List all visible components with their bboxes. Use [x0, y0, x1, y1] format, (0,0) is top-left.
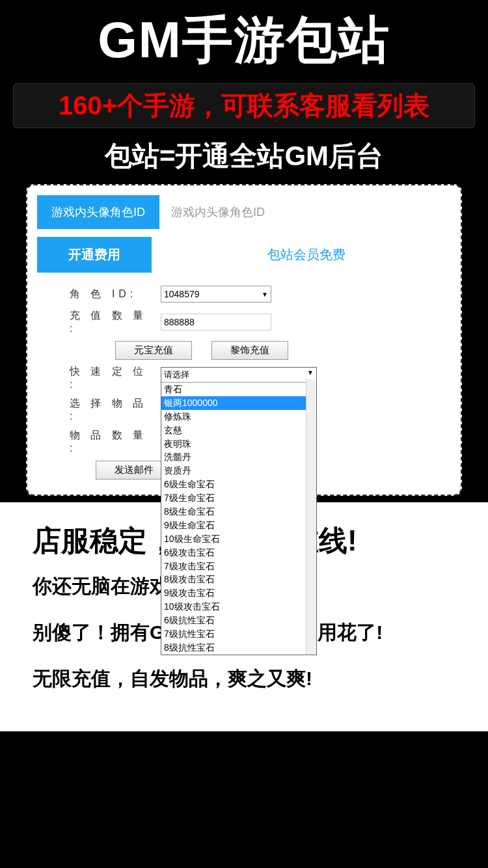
footer-line4: 无限充值，自发物品，爽之又爽! [33, 666, 455, 692]
open-fee-button[interactable]: 开通费用 [37, 237, 152, 273]
dropdown-item[interactable]: 9级生命宝石 [161, 519, 316, 532]
select-item-label: 选 择 物 品 : [70, 397, 161, 422]
quick-locate-label: 快 速 定 位 : [70, 365, 161, 390]
role-id-placeholder[interactable]: 游戏内头像角色ID [159, 195, 461, 229]
lishi-recharge-button[interactable]: 黎饰充值 [211, 341, 288, 360]
dropdown-item[interactable]: 7级生命宝石 [161, 491, 316, 505]
dropdown-item[interactable]: 10级攻击宝石 [161, 600, 316, 614]
dropdown-header[interactable]: 请选择 ▼ [161, 368, 316, 383]
dropdown-item[interactable]: 7级攻击宝石 [161, 560, 316, 573]
dropdown-item[interactable]: 8级抗性宝石 [161, 641, 316, 655]
dropdown-item[interactable]: 玄慈 [161, 424, 316, 437]
dropdown-item[interactable]: 夜明珠 [161, 437, 316, 451]
header: GM手游包站 [0, 0, 488, 78]
item-dropdown-list[interactable]: 请选择 ▼ 青石银两1000000修炼珠玄慈夜明珠洗髓丹资质丹6级生命宝石7级生… [161, 367, 317, 655]
item-qty-label: 物 品 数 量 : [70, 429, 161, 454]
amount-label: 充 值 数 量 : [70, 309, 161, 334]
admin-panel: 游戏内头像角色ID 游戏内头像角色ID 开通费用 包站会员免费 角 色 ID: … [26, 184, 462, 496]
subtitle-count: 160+ [59, 91, 117, 120]
member-free-text: 包站会员免费 [152, 237, 461, 273]
chevron-down-icon: ▼ [262, 291, 268, 298]
dropdown-item[interactable]: 8级攻击宝石 [161, 573, 316, 586]
main-title: GM手游包站 [13, 7, 475, 75]
dropdown-item[interactable]: 修炼珠 [161, 410, 316, 424]
form-area: 角 色 ID: 1048579 ▼ 充 值 数 量 : 888888 元宝充值 … [37, 273, 461, 480]
tab-role-id[interactable]: 游戏内头像角色ID [37, 195, 159, 229]
header-line2: 包站=开通全站GM后台 [0, 135, 488, 184]
dropdown-item[interactable]: 10级生命宝石 [161, 532, 316, 546]
dropdown-item[interactable]: 6级生命宝石 [161, 478, 316, 491]
dropdown-item[interactable]: 资质丹 [161, 464, 316, 478]
subtitle-rest: 个手游，可联系客服看列表 [117, 91, 429, 120]
dropdown-item[interactable]: 7级抗性宝石 [161, 627, 316, 641]
amount-input[interactable]: 888888 [161, 314, 271, 331]
role-id-select[interactable]: 1048579 ▼ [161, 286, 271, 303]
dropdown-item[interactable]: 6级抗性宝石 [161, 614, 316, 627]
dropdown-item[interactable]: 9级攻击宝石 [161, 586, 316, 600]
role-id-label: 角 色 ID: [70, 288, 161, 301]
dropdown-item[interactable]: 8级生命宝石 [161, 505, 316, 519]
scrollbar[interactable] [306, 379, 316, 655]
fee-row: 开通费用 包站会员免费 [37, 237, 461, 273]
subtitle-box: 160+个手游，可联系客服看列表 [13, 83, 475, 128]
tab-row: 游戏内头像角色ID 游戏内头像角色ID [37, 195, 461, 229]
dropdown-item[interactable]: 洗髓丹 [161, 450, 316, 464]
dropdown-item[interactable]: 6级攻击宝石 [161, 546, 316, 560]
dropdown-item[interactable]: 银两1000000 [161, 396, 316, 410]
role-id-value: 1048579 [164, 289, 200, 299]
dropdown-item[interactable]: 青石 [161, 383, 316, 396]
yuanbao-recharge-button[interactable]: 元宝充值 [115, 341, 192, 360]
